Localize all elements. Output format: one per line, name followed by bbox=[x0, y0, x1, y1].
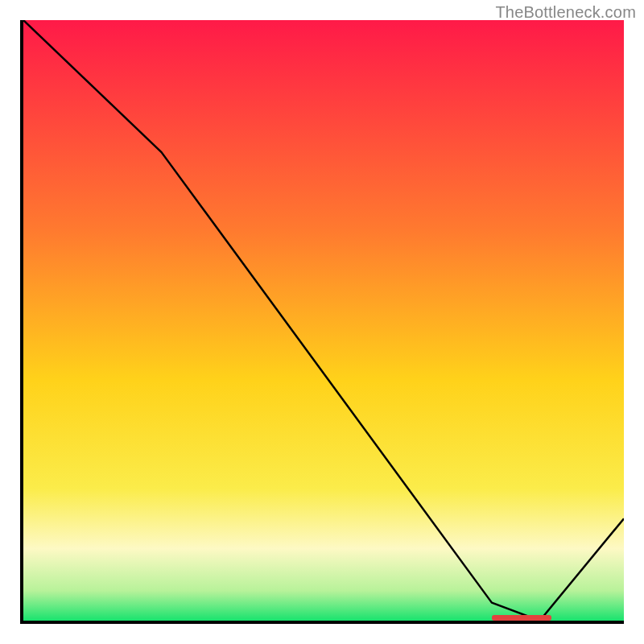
optimal-range-marker bbox=[492, 615, 552, 621]
chart-line-series bbox=[23, 20, 624, 621]
watermark-text: TheBottleneck.com bbox=[495, 3, 636, 22]
chart-plot-area bbox=[20, 20, 624, 624]
